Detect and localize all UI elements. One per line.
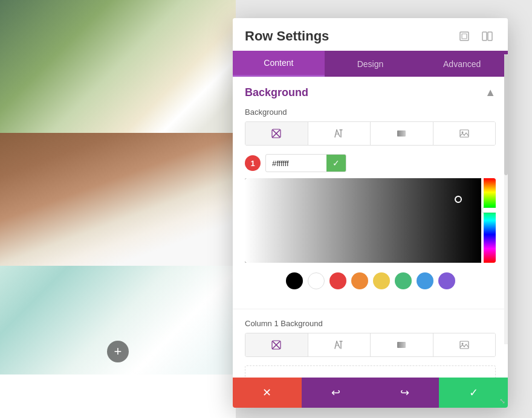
scrollbar[interactable]	[504, 54, 508, 344]
swatch-white[interactable]	[308, 272, 325, 289]
resize-corner-hint: ⤡	[499, 397, 505, 405]
color-swatches	[245, 269, 496, 293]
add-photo-button[interactable]: +	[107, 341, 129, 362]
hue-cursor	[482, 208, 496, 213]
svg-line-8	[337, 130, 340, 137]
background-field-label: Background	[245, 108, 496, 117]
resize-icon-button[interactable]	[456, 28, 473, 45]
svg-rect-23	[397, 342, 406, 348]
swatch-black[interactable]	[286, 272, 303, 289]
swatch-purple[interactable]	[438, 272, 455, 289]
color-picker-area: 1 ✓	[245, 154, 496, 293]
section-header: Background ▲	[245, 86, 496, 99]
cancel-button[interactable]: ✕	[233, 378, 302, 408]
tab-design[interactable]: Design	[325, 51, 417, 77]
swatch-blue[interactable]	[417, 272, 433, 289]
photo-3: +	[0, 266, 236, 375]
col-type-tab-color[interactable]	[308, 333, 371, 356]
photos-panel: +	[0, 0, 236, 418]
background-type-selector	[245, 121, 496, 146]
hex-input-wrap: ✓	[265, 154, 346, 172]
type-tab-gradient[interactable]	[371, 122, 433, 145]
scroll-thumb	[504, 54, 508, 175]
type-tab-image[interactable]	[433, 122, 496, 145]
svg-rect-2	[482, 32, 487, 40]
col-type-tab-image[interactable]	[433, 333, 496, 356]
color-badge: 1	[245, 155, 261, 171]
type-tab-none[interactable]	[245, 122, 308, 145]
column-background-section: Column 1 Background	[233, 309, 508, 378]
tab-content[interactable]: Content	[233, 51, 325, 77]
svg-point-25	[461, 343, 463, 345]
tab-bar: Content Design Advanced	[233, 51, 508, 77]
undo-button[interactable]: ↩	[302, 378, 371, 408]
add-background-area: + Add Background Color	[245, 365, 496, 378]
svg-line-7	[335, 130, 337, 137]
panel-title: Row Settings	[245, 28, 329, 44]
redo-button[interactable]: ↪	[371, 378, 440, 408]
hex-input-row: 1 ✓	[245, 154, 496, 172]
color-gradient-canvas[interactable]	[245, 178, 496, 263]
swatch-orange[interactable]	[351, 272, 368, 289]
background-section: Background ▲ Background	[233, 77, 508, 309]
tab-advanced[interactable]: Advanced	[416, 51, 508, 77]
col-type-tab-none[interactable]	[245, 333, 308, 356]
photo-2	[0, 133, 236, 266]
column-section-label: Column 1 Background	[245, 319, 496, 328]
swatch-red[interactable]	[329, 272, 346, 289]
section-title: Background	[245, 86, 308, 99]
swatch-green[interactable]	[395, 272, 412, 289]
svg-line-18	[335, 341, 337, 349]
column-type-selector	[245, 333, 496, 357]
svg-rect-1	[462, 34, 467, 39]
header-icons	[456, 28, 496, 45]
photo-1	[0, 0, 236, 133]
panel-header: Row Settings	[233, 18, 508, 45]
columns-icon-button[interactable]	[479, 28, 496, 45]
panel-footer: ✕ ↩ ↪ ✓	[233, 378, 508, 408]
hex-confirm-button[interactable]: ✓	[326, 155, 346, 172]
panel-content: Background ▲ Background	[233, 77, 508, 378]
swatch-yellow[interactable]	[373, 272, 390, 289]
svg-rect-3	[488, 32, 492, 40]
svg-line-19	[337, 341, 340, 348]
svg-rect-24	[460, 341, 469, 349]
hex-color-input[interactable]	[266, 155, 326, 172]
svg-rect-0	[460, 32, 469, 40]
type-tab-color[interactable]	[308, 122, 371, 145]
save-button[interactable]: ✓	[439, 378, 508, 408]
svg-rect-12	[397, 130, 406, 137]
svg-rect-13	[460, 130, 469, 137]
col-type-tab-gradient[interactable]	[371, 333, 433, 356]
hue-slider[interactable]	[484, 178, 496, 263]
settings-panel: Row Settings Content Design Advanced	[233, 18, 508, 408]
section-collapse-button[interactable]: ▲	[485, 86, 496, 99]
svg-point-14	[461, 132, 463, 133]
